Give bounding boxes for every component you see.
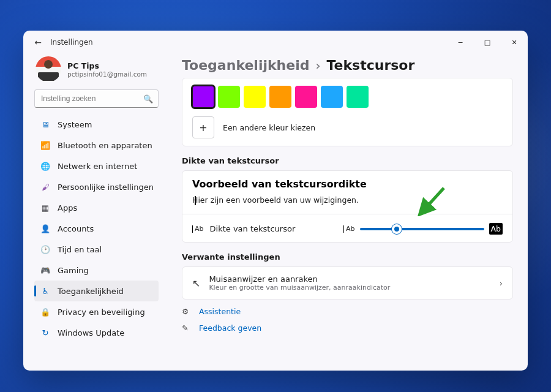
avatar: [36, 56, 61, 82]
sidebar-item-persoonlijke-instellingen[interactable]: 🖌Persoonlijke instellingen: [34, 176, 159, 197]
related-item-subtitle: Kleur en grootte van muisaanwijzer, aanr…: [209, 284, 390, 292]
sidebar-item-tijd-en-taal[interactable]: 🕑Tijd en taal: [34, 239, 159, 260]
sidebar-item-toegankelijkheid[interactable]: ♿Toegankelijkheid: [34, 281, 159, 301]
slider-thumb[interactable]: [392, 224, 402, 234]
nav-label: Accounts: [58, 224, 94, 233]
cursor-thin-icon: Ab: [192, 225, 204, 233]
nav-label: Apps: [58, 203, 77, 213]
maximize-button[interactable]: □: [474, 31, 501, 54]
feedback-link[interactable]: ✎ Feedback geven: [182, 323, 513, 333]
color-swatch[interactable]: [321, 86, 343, 108]
thickness-card: Voorbeeld van tekstcursordikte Hier zijn…: [182, 170, 513, 243]
color-card: + Een andere kleur kiezen: [182, 78, 513, 146]
thickness-section-title: Dikte van tekstcursor: [182, 156, 513, 165]
sidebar-item-windows-update[interactable]: ↻Windows Update: [34, 322, 159, 343]
search-icon: 🔍: [143, 94, 153, 104]
nav-label: Privacy en beveiliging: [58, 307, 145, 317]
related-item-title: Muisaanwijzer en aanraken: [209, 274, 390, 284]
sidebar-item-apps[interactable]: ▦Apps: [34, 197, 159, 218]
search-input[interactable]: [40, 94, 143, 104]
thickness-slider-label: Dikte van tekstcursor: [210, 224, 296, 233]
color-swatch[interactable]: [244, 86, 266, 108]
thickness-preview-title: Voorbeeld van tekstcursordikte: [192, 178, 503, 190]
breadcrumb-current: Tekstcursor: [326, 58, 414, 73]
thickness-preview-text: Hier zijn een voorbeeld van uw wijziging…: [192, 195, 359, 205]
thickness-slider[interactable]: Ab Ab: [343, 223, 503, 235]
color-swatch[interactable]: [295, 86, 317, 108]
custom-color-label: Een andere kleur kiezen: [223, 123, 315, 132]
sidebar-item-netwerk-en-internet[interactable]: 🌐Netwerk en internet: [34, 156, 159, 176]
nav-label: Persoonlijke instellingen: [58, 183, 154, 192]
help-icon: ⚙: [182, 307, 193, 316]
help-link[interactable]: ⚙ Assistentie: [182, 307, 513, 316]
color-swatch[interactable]: [269, 86, 291, 108]
nav-icon: 🖌: [40, 182, 50, 192]
nav-icon: ♿: [40, 286, 50, 296]
main-content: Toegankelijkheid › Tekstcursor + Een and…: [167, 54, 528, 371]
slider-track[interactable]: [360, 228, 484, 230]
color-swatch-row: [192, 86, 503, 108]
slider-max-icon: Ab: [489, 223, 503, 235]
nav-icon: 🌐: [40, 161, 50, 171]
color-swatch[interactable]: [347, 86, 369, 108]
nav-icon: ↻: [40, 328, 50, 337]
user-email: pctipsinfo01@gmail.com: [67, 70, 147, 78]
nav-icon: ▦: [40, 203, 50, 213]
back-button[interactable]: ←: [29, 37, 47, 47]
breadcrumb: Toegankelijkheid › Tekstcursor: [182, 58, 513, 73]
related-item-mouse-touch[interactable]: ↖ Muisaanwijzer en aanraken Kleur en gro…: [182, 266, 513, 300]
nav-icon: 👤: [40, 224, 50, 233]
color-swatch[interactable]: [218, 86, 240, 108]
minimize-button[interactable]: −: [447, 31, 474, 54]
chevron-right-icon: ›: [500, 279, 503, 288]
nav-label: Toegankelijkheid: [58, 287, 124, 296]
nav-label: Tijd en taal: [58, 245, 102, 254]
nav-label: Bluetooth en apparaten: [58, 141, 152, 150]
sidebar-item-bluetooth-en-apparaten[interactable]: 📶Bluetooth en apparaten: [34, 135, 159, 156]
add-custom-color-button[interactable]: +: [192, 116, 214, 138]
nav-label: Systeem: [58, 120, 92, 129]
feedback-link-label: Feedback geven: [199, 323, 261, 333]
slider-min-icon: Ab: [343, 225, 355, 233]
titlebar: ← Instellingen − □ ✕: [23, 31, 528, 54]
help-link-label: Assistentie: [199, 307, 241, 316]
chevron-right-icon: ›: [315, 58, 320, 73]
sidebar-item-gaming[interactable]: 🎮Gaming: [34, 260, 159, 281]
nav-label: Windows Update: [58, 328, 124, 337]
breadcrumb-parent[interactable]: Toegankelijkheid: [182, 58, 309, 73]
nav-label: Netwerk en internet: [58, 162, 137, 171]
sidebar-nav: 🖥Systeem📶Bluetooth en apparaten🌐Netwerk …: [34, 114, 159, 343]
sidebar-item-privacy-en-beveiliging[interactable]: 🔒Privacy en beveiliging: [34, 301, 159, 322]
search-input-wrapper[interactable]: 🔍: [34, 89, 159, 108]
nav-icon: 📶: [40, 140, 50, 150]
close-button[interactable]: ✕: [501, 31, 528, 54]
window-title: Instellingen: [50, 38, 93, 47]
settings-window: ← Instellingen − □ ✕ PC Tips pctipsinfo0…: [23, 31, 528, 371]
feedback-icon: ✎: [182, 323, 193, 333]
nav-icon: 🕑: [40, 244, 50, 254]
user-name: PC Tips: [67, 61, 147, 70]
related-section-title: Verwante instellingen: [182, 252, 513, 262]
nav-icon: 🖥: [40, 119, 50, 129]
nav-icon: 🎮: [40, 265, 50, 275]
sidebar: PC Tips pctipsinfo01@gmail.com 🔍 🖥Systee…: [23, 54, 167, 371]
nav-label: Gaming: [58, 266, 89, 275]
user-account[interactable]: PC Tips pctipsinfo01@gmail.com: [34, 54, 159, 89]
nav-icon: 🔒: [40, 307, 50, 317]
sidebar-item-accounts[interactable]: 👤Accounts: [34, 218, 159, 239]
sidebar-item-systeem[interactable]: 🖥Systeem: [34, 114, 159, 135]
cursor-icon: ↖: [192, 277, 200, 289]
color-swatch[interactable]: [192, 86, 214, 108]
